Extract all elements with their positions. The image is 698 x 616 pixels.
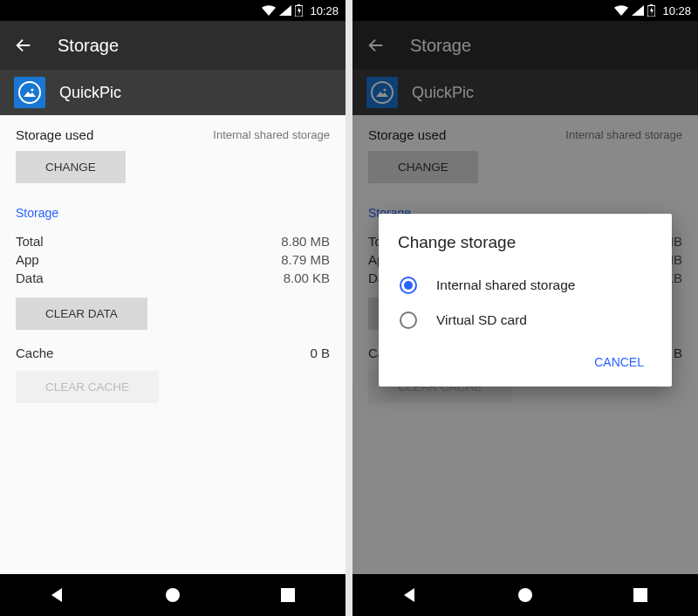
app-name: QuickPic [59, 84, 121, 102]
section-title: Storage [16, 206, 330, 220]
app-header: QuickPic [0, 70, 346, 115]
status-bar: 10:28 [0, 0, 346, 21]
back-icon[interactable] [14, 36, 33, 55]
screen-storage-dialog: 10:28 Storage QuickPic Storage used Inte… [352, 0, 698, 616]
nav-back-icon[interactable] [398, 583, 422, 607]
row-value: 8.80 MB [281, 234, 330, 249]
app-icon [14, 77, 45, 108]
screen-storage-detail: 10:28 Storage QuickPic Storage used Inte… [0, 0, 346, 616]
data-row: Total 8.80 MB [16, 232, 330, 250]
change-storage-dialog: Change storage Internal shared storage V… [379, 214, 672, 387]
nav-back-icon[interactable] [45, 583, 70, 607]
cell-signal-icon [279, 5, 291, 16]
svg-point-8 [518, 588, 532, 602]
nav-bar [0, 574, 346, 616]
svg-point-3 [166, 588, 180, 602]
row-label: App [16, 252, 39, 267]
nav-recent-icon[interactable] [628, 583, 653, 607]
svg-rect-1 [298, 4, 300, 6]
cache-value: 0 B [310, 346, 330, 360]
clear-data-button[interactable]: CLEAR DATA [16, 298, 147, 330]
cache-label: Cache [16, 346, 53, 360]
svg-rect-9 [633, 588, 647, 602]
cancel-button[interactable]: CANCEL [585, 346, 653, 378]
svg-point-2 [31, 88, 33, 91]
page-title: Storage [58, 36, 119, 56]
svg-rect-6 [650, 4, 653, 6]
cell-signal-icon [632, 5, 644, 16]
svg-rect-4 [281, 588, 295, 602]
dialog-title: Change storage [398, 233, 653, 252]
row-label: Data [16, 270, 44, 285]
radio-option-internal[interactable]: Internal shared storage [398, 268, 653, 303]
radio-label: Internal shared storage [436, 277, 575, 293]
radio-selected-icon [400, 277, 417, 294]
radio-label: Virtual SD card [436, 312, 527, 328]
storage-used-note: Internal shared storage [213, 128, 330, 141]
row-label: Total [16, 234, 44, 249]
clock-text: 10:28 [662, 4, 691, 17]
wifi-icon [614, 5, 628, 16]
data-row: App 8.79 MB [16, 250, 330, 269]
clock-text: 10:28 [310, 4, 339, 17]
storage-used-label: Storage used [16, 127, 93, 142]
nav-home-icon[interactable] [513, 583, 537, 607]
data-row: Data 8.00 KB [16, 269, 330, 287]
battery-icon [295, 4, 303, 17]
content-area: Storage used Internal shared storage CHA… [0, 115, 346, 574]
wifi-icon [262, 5, 276, 16]
row-value: 8.00 KB [284, 270, 330, 285]
change-button[interactable]: CHANGE [16, 151, 126, 183]
status-bar: 10:28 [352, 0, 698, 21]
battery-icon [647, 4, 655, 17]
nav-recent-icon[interactable] [276, 583, 300, 607]
radio-unselected-icon [400, 311, 417, 329]
clear-cache-button: CLEAR CACHE [16, 371, 159, 403]
radio-option-sdcard[interactable]: Virtual SD card [398, 303, 653, 338]
toolbar: Storage [0, 21, 346, 70]
nav-bar [352, 574, 698, 616]
row-value: 8.79 MB [281, 252, 330, 267]
nav-home-icon[interactable] [161, 583, 185, 607]
